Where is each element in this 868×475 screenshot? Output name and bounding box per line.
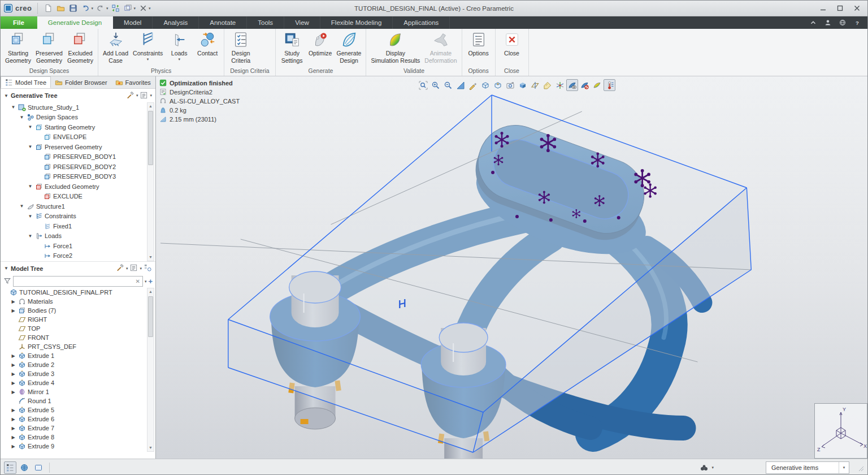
tree-settings-caret-icon[interactable]: ▾ <box>150 93 152 98</box>
annotation-display-icon[interactable] <box>541 79 553 91</box>
tree-item-extrude-5[interactable]: ▶Extrude 5 <box>1 405 155 414</box>
tree-item-top[interactable]: TOP <box>1 324 155 333</box>
tab-tools[interactable]: Tools <box>247 16 284 29</box>
capture-icon[interactable] <box>504 79 516 91</box>
tree-item-force2[interactable]: Force2 <box>1 251 155 261</box>
scroll-thumb[interactable] <box>148 111 153 165</box>
save-icon[interactable] <box>67 3 79 14</box>
tree-item-fixed1[interactable]: Fixed1 <box>1 221 155 231</box>
tree-item-excluded-geometry[interactable]: ▼Excluded Geometry <box>1 182 155 192</box>
graphics-area[interactable]: Optimization finishedDesignCriteria2AL-S… <box>156 76 867 459</box>
graphics-toggle-icon[interactable] <box>32 461 45 474</box>
preserved-geometry-button[interactable]: PreservedGeometry <box>33 31 65 64</box>
study-settings-button[interactable]: StudySettings <box>278 31 306 64</box>
tree-item-structure-study-1[interactable]: ▼Structure_Study_1 <box>1 102 155 113</box>
view-manager-icon[interactable] <box>517 79 528 91</box>
tab-applications[interactable]: Applications <box>393 16 450 29</box>
filter-icon[interactable] <box>3 277 11 286</box>
undo-icon-caret[interactable]: ▾ <box>91 6 93 11</box>
tree-item-extrude-4[interactable]: ▶Extrude 4 <box>1 378 155 387</box>
tree-item-envelope[interactable]: ENVELOPE <box>1 132 155 142</box>
open-icon[interactable] <box>55 3 66 14</box>
tree-item-design-spaces[interactable]: ▼Design Spaces <box>1 113 155 123</box>
optimize-button[interactable]: Optimize <box>306 31 335 57</box>
options-button[interactable]: Options <box>465 31 493 57</box>
find-options-caret-icon[interactable]: ▾ <box>711 465 714 470</box>
resize-grip[interactable] <box>856 464 864 472</box>
expand-closed-icon[interactable]: ▶ <box>10 390 16 395</box>
tree-item-extrude-7[interactable]: ▶Extrude 7 <box>1 424 155 433</box>
tree-tools-icon[interactable] <box>116 264 124 273</box>
contact-button[interactable]: Contact <box>193 31 222 57</box>
maximize-icon[interactable] <box>832 3 847 14</box>
tree-settings-icon[interactable] <box>140 91 148 101</box>
tree-tools-caret-icon[interactable]: ▾ <box>136 93 138 98</box>
tab-annotate[interactable]: Annotate <box>199 16 247 29</box>
window-switch-icon-caret[interactable]: ▾ <box>134 6 136 11</box>
tab-analysis[interactable]: Analysis <box>153 16 199 29</box>
tree-item-materials[interactable]: ▶Materials <box>1 297 155 306</box>
browser-toggle-icon[interactable] <box>18 461 31 474</box>
vertical-scrollbar[interactable]: ▲▼ <box>147 102 154 261</box>
expand-open-icon[interactable]: ▼ <box>19 115 25 120</box>
tree-item-bodies-7-[interactable]: ▶Bodies (7) <box>1 306 155 315</box>
show-design-space-icon[interactable] <box>566 79 578 91</box>
search-options-caret-icon[interactable]: ▾ <box>145 279 147 284</box>
minimize-icon[interactable] <box>815 3 830 14</box>
window-switch-icon[interactable] <box>123 3 134 14</box>
tab-generative-design[interactable]: Generative Design <box>37 16 113 29</box>
tree-item-extrude-3[interactable]: ▶Extrude 3 <box>1 369 155 378</box>
tree-settings-caret-icon[interactable]: ▾ <box>140 266 142 271</box>
navigator-tab-favorites[interactable]: Favorites <box>111 76 155 88</box>
new-file-icon[interactable] <box>42 3 54 14</box>
navigator-tab-folder-browser[interactable]: Folder Browser <box>51 76 111 88</box>
expand-closed-icon[interactable]: ▶ <box>10 444 16 449</box>
tree-tools-caret-icon[interactable]: ▾ <box>126 266 128 271</box>
tree-toggle-icon[interactable] <box>4 461 16 474</box>
expand-open-icon[interactable]: ▼ <box>27 184 33 189</box>
constraints-button[interactable]: Constraints▾ <box>131 31 165 62</box>
scroll-thumb[interactable] <box>148 296 153 337</box>
expand-closed-icon[interactable]: ▶ <box>10 408 16 413</box>
display-results-button[interactable]: DisplaySimulation Results <box>368 31 422 64</box>
expand-closed-icon[interactable]: ▶ <box>10 435 16 440</box>
tree-item-exclude[interactable]: EXCLUDE <box>1 192 155 202</box>
tab-flexible-modeling[interactable]: Flexible Modeling <box>320 16 393 29</box>
expand-closed-icon[interactable]: ▶ <box>10 417 16 422</box>
legend-icon[interactable] <box>604 79 615 91</box>
expand-closed-icon[interactable]: ▶ <box>10 299 16 304</box>
tree-search-input[interactable] <box>16 278 136 285</box>
user-icon[interactable] <box>823 18 832 27</box>
expand-closed-icon[interactable]: ▶ <box>10 426 16 431</box>
tree-item-constraints[interactable]: ▼Constraints <box>1 211 155 222</box>
tree-tools-icon[interactable] <box>126 91 134 101</box>
expand-closed-icon[interactable]: ▶ <box>10 308 16 313</box>
expand-open-icon[interactable]: ▼ <box>19 204 25 209</box>
generate-design-button[interactable]: GenerateDesign <box>335 31 364 64</box>
expand-closed-icon[interactable]: ▶ <box>10 381 16 386</box>
add-load-case-button[interactable]: Add LoadCase <box>101 31 131 64</box>
tree-display-icon[interactable] <box>144 264 152 273</box>
expand-open-icon[interactable]: ▼ <box>10 105 16 110</box>
close-icon[interactable] <box>849 3 864 14</box>
hide-design-space-icon[interactable] <box>579 79 591 91</box>
refit-icon[interactable] <box>454 79 466 91</box>
tree-item-tutorial-design-final-prt[interactable]: TUTORIAL_DESIGN_FINAL.PRT <box>1 288 155 297</box>
tree-item-round-1[interactable]: Round 1 <box>1 396 155 405</box>
tree-item-preserved-body2[interactable]: PRESERVED_BODY2 <box>1 162 155 172</box>
tree-item-extrude-9[interactable]: ▶Extrude 9 <box>1 442 155 451</box>
tree-item-mirror-1[interactable]: ▶Mirror 1 <box>1 387 155 396</box>
excluded-geometry-button[interactable]: ExcludedGeometry <box>65 31 96 64</box>
tree-item-extrude-8[interactable]: ▶Extrude 8 <box>1 433 155 442</box>
spin-center-icon[interactable] <box>554 79 566 91</box>
tree-item-right[interactable]: RIGHT <box>1 315 155 324</box>
redo-icon[interactable] <box>95 3 106 14</box>
scroll-up-icon[interactable]: ▲ <box>147 288 154 295</box>
tree-item-structure1[interactable]: ▼Structure1 <box>1 201 155 211</box>
add-filter-icon[interactable]: + <box>148 277 153 286</box>
collapse-caret-icon[interactable]: ▼ <box>4 266 11 271</box>
regenerate-icon[interactable] <box>110 3 121 14</box>
tree-item-loads[interactable]: ▼Loads <box>1 231 155 241</box>
tab-view[interactable]: View <box>284 16 320 29</box>
scroll-down-icon[interactable]: ▼ <box>147 254 154 261</box>
